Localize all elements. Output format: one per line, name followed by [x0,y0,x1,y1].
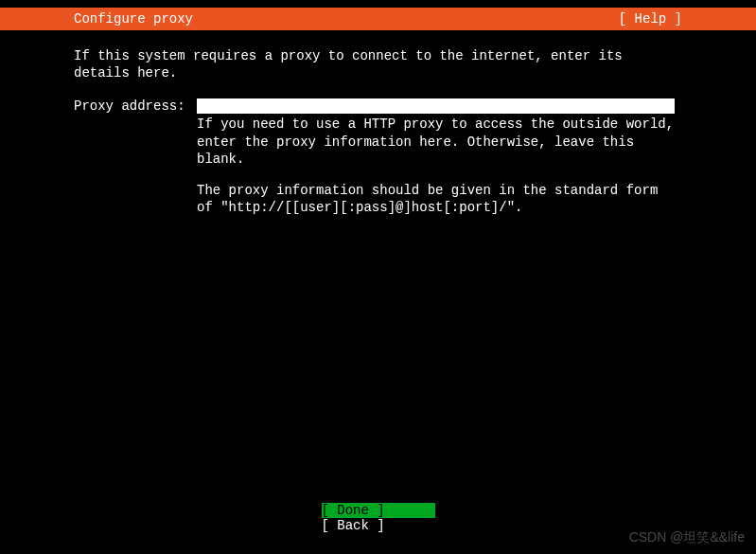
done-button[interactable]: [ Done ] [322,503,435,518]
intro-text: If this system requires a proxy to conne… [74,47,682,81]
header-bar: Configure proxy [ Help ] [0,8,756,30]
proxy-form-row: Proxy address: If you need to use a HTTP… [74,98,682,216]
help-button[interactable]: [ Help ] [619,11,682,27]
main-content: If this system requires a proxy to conne… [0,30,756,216]
input-column: If you need to use a HTTP proxy to acces… [197,98,682,216]
proxy-hint-2: The proxy information should be given in… [197,182,675,216]
proxy-address-label: Proxy address: [74,98,197,114]
watermark-text: CSDN @坦笑&&life [629,529,745,546]
page-title: Configure proxy [74,11,193,27]
back-button[interactable]: [ Back ] [322,518,435,533]
proxy-address-input[interactable] [197,98,675,114]
proxy-hint-1: If you need to use a HTTP proxy to acces… [197,116,675,168]
